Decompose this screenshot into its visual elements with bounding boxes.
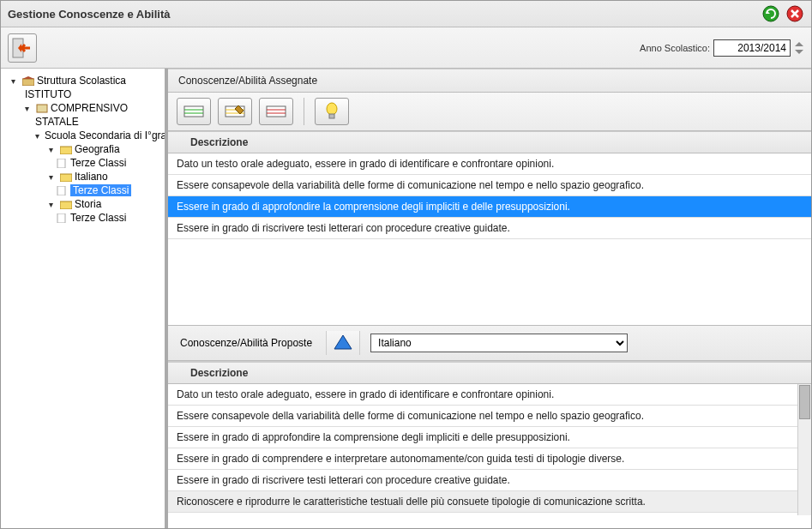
svg-point-21: [327, 103, 337, 115]
toolbar: Anno Scolastico:: [1, 27, 811, 69]
back-button[interactable]: [8, 33, 37, 63]
table-row[interactable]: Riconoscere e riprodurre le caratteristi…: [168, 491, 811, 513]
svg-rect-22: [329, 114, 334, 118]
svg-rect-18: [267, 106, 286, 117]
mini-toolbar: [168, 93, 811, 131]
scrollbar[interactable]: [797, 384, 811, 515]
svg-rect-11: [57, 213, 65, 223]
tree-node-geografia[interactable]: ▾ Geografia: [1, 142, 165, 156]
close-icon[interactable]: [785, 4, 804, 23]
collapse-icon[interactable]: ▾: [49, 145, 57, 154]
collapse-icon[interactable]: ▾: [11, 76, 20, 86]
table-row[interactable]: Essere in grado di approfondire la compr…: [168, 427, 811, 448]
add-green-button[interactable]: [177, 98, 211, 125]
svg-rect-4: [37, 105, 47, 112]
tree-node-terze3[interactable]: Terze Classi: [1, 211, 165, 225]
table-row[interactable]: Essere in grado di riscrivere testi lett…: [168, 470, 811, 491]
building-icon: [36, 104, 48, 113]
table-row[interactable]: Essere consapevole della variabilità del…: [168, 406, 811, 427]
hint-bulb-button[interactable]: [315, 98, 349, 125]
tree-node-istituto[interactable]: ISTITUTO: [1, 87, 165, 101]
tree-node-comprensivo[interactable]: ▾ COMPRENSIVO: [1, 101, 165, 115]
proposed-grid-header: Descrizione: [168, 362, 811, 384]
svg-rect-8: [60, 174, 72, 182]
folder-icon: [60, 145, 72, 154]
tree-node-terze2[interactable]: Terze Classi: [1, 183, 165, 197]
window: Gestione Conoscenze e Abilità: [0, 0, 812, 529]
svg-rect-7: [57, 159, 65, 168]
stepper-icon[interactable]: [794, 40, 804, 56]
collapse-icon[interactable]: ▾: [49, 172, 57, 182]
page-icon: [56, 159, 68, 168]
subject-select[interactable]: Italiano: [370, 334, 628, 352]
table-row[interactable]: Essere in grado di riscrivere testi lett…: [168, 218, 811, 239]
col-desc2: Descrizione: [190, 367, 248, 379]
table-row[interactable]: Essere in grado di comprendere e interpr…: [168, 448, 811, 470]
tree-node-statale[interactable]: STATALE: [1, 115, 165, 129]
collapse-icon[interactable]: ▾: [35, 131, 39, 141]
table-row[interactable]: Dato un testo orale adeguato, essere in …: [168, 384, 811, 406]
assigned-header: Conoscenze/Abilità Assegnate: [168, 69, 811, 93]
tree-node-scuola[interactable]: ▾ Scuola Secondaria di I°grado: [1, 129, 165, 142]
page-icon: [56, 186, 68, 195]
refresh-icon[interactable]: [761, 4, 780, 23]
tree-node-terze1[interactable]: Terze Classi: [1, 156, 165, 170]
scrollbar-thumb[interactable]: [799, 385, 810, 419]
proposed-header: Conoscenze/Abilità Proposte Italiano: [168, 325, 811, 361]
proposed-title: Conoscenze/Abilità Proposte: [177, 337, 316, 349]
svg-point-0: [763, 6, 779, 21]
delete-red-button[interactable]: [259, 98, 293, 125]
right-panel: Conoscenze/Abilità Assegnate Descrizi: [168, 69, 811, 528]
svg-rect-3: [22, 79, 34, 86]
svg-rect-10: [60, 201, 72, 209]
svg-rect-6: [60, 147, 72, 154]
titlebar: Gestione Conoscenze e Abilità: [1, 1, 811, 27]
anno-input[interactable]: [713, 39, 791, 57]
tree-node-root[interactable]: ▾ Struttura Scolastica: [1, 74, 165, 87]
svg-rect-9: [57, 186, 65, 195]
tree-panel: ▾ Struttura Scolastica ISTITUTO ▾ COMPRE…: [1, 69, 168, 528]
collapse-icon[interactable]: ▾: [49, 200, 57, 209]
folder-icon: [60, 172, 72, 182]
table-row[interactable]: Dato un testo orale adeguato, essere in …: [168, 153, 811, 175]
window-title: Gestione Conoscenze e Abilità: [8, 8, 761, 21]
page-icon: [56, 213, 68, 223]
move-up-button[interactable]: [326, 331, 360, 355]
assigned-grid-header: Descrizione: [168, 131, 811, 153]
tree-node-storia[interactable]: ▾ Storia: [1, 197, 165, 211]
edit-yellow-button[interactable]: [218, 98, 252, 125]
table-row[interactable]: Essere consapevole della variabilità del…: [168, 175, 811, 196]
anno-label: Anno Scolastico:: [640, 43, 710, 53]
collapse-icon[interactable]: ▾: [25, 104, 33, 113]
folder-icon: [60, 200, 72, 209]
svg-rect-12: [184, 106, 203, 117]
col-desc: Descrizione: [190, 136, 248, 148]
tree-node-italiano[interactable]: ▾ Italiano: [1, 170, 165, 183]
proposed-grid: Dato un testo orale adeguato, essere in …: [168, 384, 811, 515]
table-row[interactable]: Essere in grado di approfondire la compr…: [168, 196, 811, 218]
school-icon: [22, 76, 34, 86]
assigned-grid: Dato un testo orale adeguato, essere in …: [168, 153, 811, 325]
